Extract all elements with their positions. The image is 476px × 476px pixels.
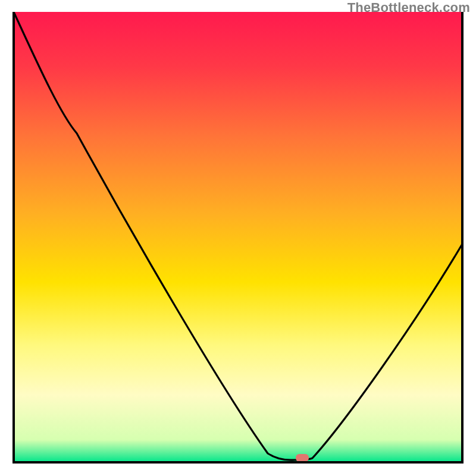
- chart-svg: [12, 12, 464, 464]
- minimum-marker: [296, 454, 309, 462]
- watermark-text: TheBottleneck.com: [347, 0, 470, 15]
- chart-background-gradient: [14, 12, 462, 462]
- chart-frame: [12, 12, 464, 464]
